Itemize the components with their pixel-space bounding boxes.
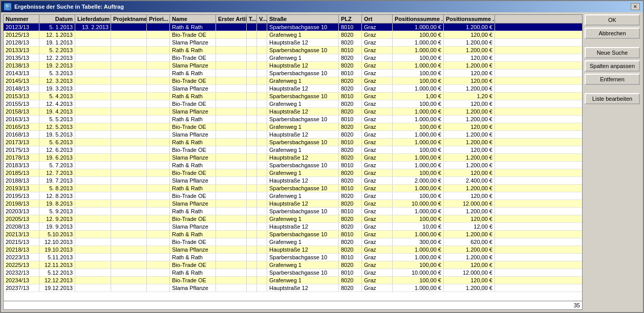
col-header-v[interactable]: V... [257, 15, 267, 23]
table-cell [257, 154, 267, 161]
col-header-ort[interactable]: Ort [362, 15, 393, 23]
table-row[interactable]: 20145/1312. 3.2013Bio-Trade OEGrafenweg … [4, 77, 582, 85]
table-cell: 8020 [339, 284, 362, 292]
liste-bearbeiten-button[interactable]: Liste bearbeiten [585, 93, 640, 104]
col-header-name[interactable]: Name [170, 15, 216, 23]
table-cell: 100,00 € [393, 70, 444, 77]
table-cell [147, 70, 170, 77]
table-row[interactable]: 20158/1319. 4.2013Slama PflanzeHauptstra… [4, 108, 582, 116]
col-header-datum[interactable]: Datum [39, 15, 75, 23]
table-cell [247, 116, 257, 123]
table-row[interactable]: 20185/1312. 7.2013Bio-Trade OEGrafenweg … [4, 169, 582, 177]
table-row[interactable]: 20133/135. 2.2013Rath & RathSparbersbach… [4, 47, 582, 54]
table-cell [111, 162, 147, 169]
table-cell [257, 54, 267, 61]
table-cell: 12. 1.2013 [39, 31, 75, 38]
table-row[interactable]: 20234/1312.12.2013Bio-Trade OEGrafenweg … [4, 277, 582, 284]
col-header-artikel[interactable]: Erster Artikel [216, 15, 247, 23]
table-cell [75, 70, 111, 77]
table-cell [216, 215, 247, 222]
table-row[interactable]: 20123/135. 1.201313. 2.2013Rath & RathSp… [4, 24, 582, 31]
table-row[interactable]: 20195/1312. 8.2013Bio-Trade OEGrafenweg … [4, 192, 582, 200]
table-cell: Hauptstraße 12 [267, 108, 339, 115]
col-header-liefer[interactable]: Lieferdatum [75, 15, 111, 23]
col-header-projekt[interactable]: Projektname [111, 15, 147, 23]
col-header-priori[interactable]: Priori... [147, 15, 170, 23]
table-row[interactable]: 20183/135. 7.2013Rath & RathSparbersbach… [4, 162, 582, 169]
table-cell [147, 93, 170, 100]
entfernen-button[interactable]: Entfernen [585, 74, 640, 85]
table-row[interactable]: 20208/1319. 9.2013Slama PflanzeHauptstra… [4, 223, 582, 231]
table-row[interactable]: 20223/135.11.2013Rath & RathSparbersbach… [4, 254, 582, 261]
spalten-anpassen-button[interactable]: Spalten anpassen [585, 60, 640, 72]
table-row[interactable]: 20155/1312. 4.2013Bio-Trade OEGrafenweg … [4, 100, 582, 108]
table-row[interactable]: 20237/1319.12.2013Slama PflanzeHauptstra… [4, 284, 582, 292]
table-cell: 120,00 € [444, 215, 495, 222]
table-cell: 1.200,00 € [444, 85, 495, 92]
table-cell [147, 39, 170, 46]
table-row[interactable]: 20138/1319. 2.2013Slama PflanzeHauptstra… [4, 62, 582, 70]
table-cell [257, 139, 267, 146]
table-cell [147, 24, 170, 31]
table-cell: Graz [362, 85, 393, 92]
table-cell [75, 238, 111, 245]
table-cell: 8020 [339, 177, 362, 184]
col-header-plz[interactable]: PLZ [339, 15, 362, 23]
table-row[interactable]: 20125/1312. 1.2013Bio-Trade OEGrafenweg … [4, 31, 582, 39]
table-row[interactable]: 20175/1312. 6.2013Bio-Trade OEGrafenweg … [4, 146, 582, 154]
table-row[interactable]: 20213/135.10.2013Rath & RathSparbersbach… [4, 231, 582, 238]
table-cell: 2.400,00 € [444, 177, 495, 184]
table-row[interactable]: 20168/1319. 5.2013Slama PflanzeHauptstra… [4, 131, 582, 139]
close-button[interactable]: ✕ [631, 3, 640, 10]
table-cell: 1,00 € [393, 93, 444, 100]
table-cell [257, 24, 267, 31]
table-cell: 1.000,00 € [393, 47, 444, 54]
col-header-pos2[interactable]: Positionssumme ... [444, 15, 495, 23]
table-cell [247, 131, 257, 138]
status-bar: 35 [4, 301, 582, 309]
table-row[interactable]: 20232/135.12.2013Rath & RathSparbersbach… [4, 269, 582, 277]
table-row[interactable]: 20215/1312.10.2013Bio-Trade OEGrafenweg … [4, 238, 582, 246]
table-cell [216, 24, 247, 31]
table-row[interactable]: 20203/135. 9.2013Rath & RathSparbersbach… [4, 208, 582, 215]
abbrechen-button[interactable]: Abbrechen [585, 28, 640, 39]
table-row[interactable]: 20163/135. 5.2013Rath & RathSparbersbach… [4, 116, 582, 123]
table-row[interactable]: 20135/1312. 2.2013Bio-Trade OEGrafenweg … [4, 54, 582, 62]
table-row[interactable]: 20143/135. 3.2013Rath & RathSparbersbach… [4, 70, 582, 77]
table-cell [216, 169, 247, 176]
table-row[interactable]: 20128/1319. 1.2013Slama PflanzeHauptstra… [4, 39, 582, 47]
table-cell [75, 116, 111, 123]
ok-button[interactable]: OK [585, 14, 640, 26]
table-cell: 8020 [339, 77, 362, 84]
table-cell: 5. 5.2013 [39, 116, 75, 123]
table-row[interactable]: 20198/1319. 8.2013Slama PflanzeHauptstra… [4, 200, 582, 208]
table-row[interactable]: 20173/135. 6.2013Rath & RathSparbersbach… [4, 139, 582, 146]
table-row[interactable]: 20218/1319.10.2013Slama PflanzeHauptstra… [4, 246, 582, 254]
table-row[interactable]: 20148/1319. 3.2013Slama PflanzeHauptstra… [4, 85, 582, 93]
table-cell: Graz [362, 208, 393, 215]
table-cell: 120,00 € [444, 261, 495, 269]
table-cell [247, 208, 257, 215]
table-cell: 1.000,00 € [393, 246, 444, 253]
table-cell: 20145/13 [4, 77, 39, 84]
col-header-nummer[interactable]: Nummer [4, 15, 39, 23]
table-row[interactable]: 20205/1312. 9.2013Bio-Trade OEGrafenweg … [4, 215, 582, 223]
table-row[interactable]: 20165/1312. 5.2013Bio-Trade OEGrafenweg … [4, 123, 582, 131]
table-cell: 8020 [339, 238, 362, 245]
table-cell [257, 85, 267, 92]
table-cell: Graz [362, 77, 393, 84]
col-header-t[interactable]: T... [247, 15, 257, 23]
table-row[interactable]: 20193/135. 8.2013Rath & RathSparbersbach… [4, 185, 582, 192]
table-row[interactable]: 20178/1319. 6.2013Slama PflanzeHauptstra… [4, 154, 582, 162]
table-row[interactable]: 20225/1312.11.2013Bio-Trade OEGrafenweg … [4, 261, 582, 269]
table-cell: 20232/13 [4, 269, 39, 276]
neue-suche-button[interactable]: Neue Suche [585, 47, 640, 58]
table-cell [147, 62, 170, 69]
col-header-strasse[interactable]: Straße [267, 15, 339, 23]
table-row[interactable]: 20153/135. 4.2013Rath & RathSparbersbach… [4, 93, 582, 100]
table-cell: 5. 8.2013 [39, 185, 75, 192]
table-cell: 19.10.2013 [39, 246, 75, 253]
table-cell: 8020 [339, 261, 362, 269]
table-row[interactable]: 20188/1319. 7.2013Slama PflanzeHauptstra… [4, 177, 582, 185]
col-header-pos1[interactable]: Positionssumme ... [393, 15, 444, 23]
